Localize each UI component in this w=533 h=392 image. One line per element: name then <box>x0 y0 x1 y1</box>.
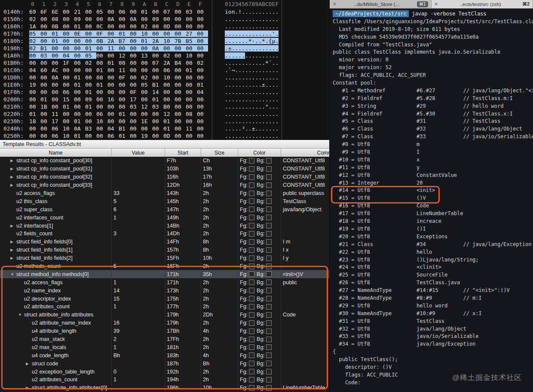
hex-byte[interactable]: 11 <box>186 125 197 132</box>
hex-byte[interactable]: 00 <box>186 74 197 81</box>
hex-byte[interactable]: 05 <box>85 52 96 59</box>
template-row[interactable]: ▶u2 exception_table_length0192h2hFg:Bg: <box>0 368 329 376</box>
ascii-char[interactable]: n <box>232 9 235 15</box>
hex-byte[interactable]: 00 <box>175 96 186 103</box>
hex-byte[interactable]: 00 <box>74 38 85 44</box>
ascii-char[interactable]: . <box>255 45 258 52</box>
ascii-char[interactable]: . <box>258 82 262 88</box>
hex-byte[interactable]: 09 <box>152 16 163 22</box>
ascii-char[interactable]: . <box>232 74 235 81</box>
hex-ascii-group[interactable]: ................ <box>212 23 282 30</box>
ascii-char[interactable]: . <box>262 23 265 30</box>
ascii-char[interactable]: . <box>235 38 238 44</box>
ascii-char[interactable]: . <box>255 118 258 125</box>
hex-byte[interactable]: 00 <box>141 45 152 52</box>
ascii-char[interactable]: . <box>275 96 279 103</box>
ascii-char[interactable]: . <box>245 60 248 66</box>
hex-byte[interactable]: 00 <box>85 30 96 37</box>
hex-byte[interactable]: 01 <box>141 38 152 44</box>
hex-byte[interactable]: 00 <box>130 38 141 44</box>
hex-byte[interactable]: 2A <box>152 38 163 44</box>
hex-byte[interactable]: 00 <box>175 103 186 110</box>
ascii-char[interactable]: * <box>265 60 269 66</box>
template-row[interactable]: ▶u2 fields_count314Dh2hFg:Bg: <box>0 230 329 238</box>
terminal-tab-1[interactable]: ✕..ds/MWeb_Store (...⌘1 <box>330 0 432 8</box>
column-header-start[interactable]: Start <box>165 149 201 157</box>
ascii-char[interactable]: · <box>252 38 255 44</box>
hex-byte[interactable]: 02 <box>163 52 175 59</box>
ascii-char[interactable]: . <box>242 52 245 59</box>
ascii-char[interactable]: . <box>248 45 252 52</box>
ascii-char[interactable]: . <box>225 96 228 103</box>
ascii-char[interactable]: . <box>242 82 245 88</box>
ascii-char[interactable]: . <box>255 60 258 66</box>
hex-byte[interactable]: 01 <box>85 45 96 52</box>
hex-byte[interactable]: 6E <box>52 9 63 15</box>
hex-byte[interactable]: 00 <box>74 89 85 95</box>
hex-byte[interactable]: B1 <box>119 125 130 132</box>
ascii-char[interactable]: . <box>258 38 262 44</box>
ascii-char[interactable]: . <box>248 118 252 125</box>
ascii-char[interactable]: o <box>228 9 232 15</box>
ascii-char[interactable]: . <box>242 45 245 52</box>
ascii-char[interactable]: . <box>235 103 238 110</box>
expand-arrow-icon[interactable]: ▶ <box>10 248 16 252</box>
hex-byte[interactable]: 00 <box>40 16 52 22</box>
hex-byte[interactable]: 01 <box>152 96 163 103</box>
hex-byte[interactable]: 00 <box>63 67 74 73</box>
hex-byte[interactable]: 02 <box>85 60 96 66</box>
hex-byte[interactable]: 00 <box>152 23 163 30</box>
hex-byte[interactable]: 00 <box>119 60 130 66</box>
hex-byte[interactable]: 00 <box>85 133 96 139</box>
ascii-char[interactable]: . <box>248 52 252 59</box>
ascii-char[interactable]: . <box>238 111 242 117</box>
ascii-char[interactable]: . <box>225 30 228 37</box>
hex-byte[interactable]: 12 <box>141 103 152 110</box>
ascii-char[interactable]: . <box>269 82 272 88</box>
ascii-char[interactable]: . <box>255 111 258 117</box>
hex-byte[interactable]: 2A <box>163 60 175 66</box>
ascii-char[interactable]: . <box>265 89 269 95</box>
ascii-char[interactable]: . <box>248 111 252 117</box>
ascii-char[interactable]: ! <box>238 9 242 15</box>
hex-byte[interactable]: 00 <box>175 89 186 95</box>
hex-byte[interactable]: 00 <box>163 16 175 22</box>
hex-byte[interactable]: 00 <box>63 118 74 125</box>
expand-arrow-icon[interactable]: ▶ <box>26 386 32 390</box>
hex-byte[interactable]: 00 <box>175 52 186 59</box>
ascii-char[interactable]: . <box>269 96 272 103</box>
hex-byte[interactable]: 7B <box>175 38 186 44</box>
ascii-char[interactable]: . <box>265 96 269 103</box>
ascii-char[interactable]: . <box>245 89 248 95</box>
hex-byte[interactable]: 15 <box>63 96 74 103</box>
hex-byte[interactable]: 00 <box>119 103 130 110</box>
hex-ascii-group[interactable]: .±.............. <box>212 45 282 52</box>
hex-byte[interactable]: 0A <box>107 16 119 22</box>
ascii-char[interactable]: . <box>258 111 262 117</box>
hex-byte[interactable]: 19 <box>141 133 152 139</box>
hex-byte[interactable]: 00 <box>96 45 107 52</box>
ascii-char[interactable]: . <box>245 82 248 88</box>
hex-byte[interactable]: 21 <box>74 9 85 15</box>
hex-byte[interactable]: 08 <box>96 74 107 81</box>
hex-byte[interactable]: 00 <box>63 74 74 81</box>
ascii-char[interactable]: . <box>235 74 238 81</box>
hex-byte[interactable]: 0D <box>163 23 175 30</box>
hex-byte[interactable]: 00 <box>119 96 130 103</box>
hex-byte[interactable]: 00 <box>85 118 96 125</box>
ascii-char[interactable]: . <box>255 16 258 22</box>
hex-byte[interactable]: 01 <box>85 89 96 95</box>
ascii-char[interactable]: . <box>245 96 248 103</box>
ascii-char[interactable]: . <box>272 45 276 52</box>
ascii-char[interactable]: . <box>245 52 248 59</box>
ascii-char[interactable]: . <box>225 111 228 117</box>
hex-byte[interactable]: 10 <box>63 125 74 132</box>
ascii-char[interactable]: . <box>232 103 235 110</box>
ascii-char[interactable]: . <box>232 30 235 37</box>
template-row[interactable]: ▶struct field_info fields[1]157h8hFg:Bg:… <box>0 246 329 254</box>
ascii-char[interactable]: . <box>272 16 276 22</box>
hex-byte[interactable]: 08 <box>186 111 197 117</box>
ascii-char[interactable]: . <box>228 89 232 95</box>
ascii-char[interactable]: . <box>252 67 255 73</box>
ascii-char[interactable]: . <box>258 89 262 95</box>
